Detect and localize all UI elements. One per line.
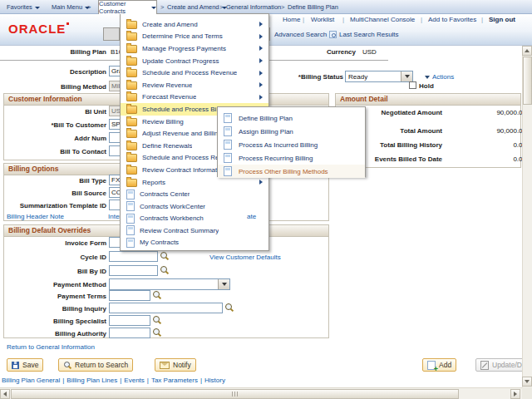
billing-specialist-field[interactable] xyxy=(109,315,150,326)
hold-checkbox[interactable] xyxy=(409,81,416,89)
submenu-item-process-other-billing-methods[interactable]: Process Other Billing Methods xyxy=(218,165,365,178)
select-dropdown-button[interactable] xyxy=(401,71,412,81)
menu-item-manage-progress-payments[interactable]: Manage Progress Payments xyxy=(121,42,268,55)
return-to-search-icon xyxy=(63,361,71,369)
submenu-item-process-as-incurred-billing[interactable]: Process As Incurred Billing xyxy=(218,138,365,151)
menu-item-review-revenue[interactable]: Review Revenue xyxy=(121,79,268,91)
advanced-search-link[interactable]: Advanced Search xyxy=(274,31,327,38)
cycle-id-field[interactable] xyxy=(109,251,158,262)
page-tabs-links: Billing Plan General | Billing Plan Line… xyxy=(2,377,225,384)
vertical-scrollbar[interactable] xyxy=(522,46,532,387)
breadcrumb-define-billing-plan[interactable]: Define Billing Plan xyxy=(288,3,338,11)
last-search-results-link[interactable]: Last Search Results xyxy=(339,31,399,38)
folder-icon xyxy=(126,142,137,150)
billing-method-label: Billing Method xyxy=(0,83,106,91)
breadcrumb-separator: > xyxy=(87,3,91,11)
history-link[interactable]: History xyxy=(204,377,225,384)
breadcrumb-main-menu[interactable]: Main Menu xyxy=(52,3,90,11)
folder-icon xyxy=(126,130,137,138)
folder-icon xyxy=(126,154,137,162)
add-icon xyxy=(427,361,436,370)
bill-by-id-lookup-icon[interactable] xyxy=(160,265,169,275)
payment-terms-label: Payment Terms xyxy=(0,293,106,301)
vertical-scrollbar-thumb[interactable] xyxy=(523,57,532,105)
document-icon xyxy=(224,113,232,123)
bill-by-id-field[interactable] xyxy=(109,265,158,276)
bill-by-id-label: Bill By ID xyxy=(0,268,106,276)
sign-out-link[interactable]: Sign out xyxy=(489,16,515,23)
billing-plan-lines-link[interactable]: Billing Plan Lines xyxy=(66,377,117,384)
chevron-down-icon xyxy=(35,7,40,9)
bill-to-customer-label: *Bill To Customer xyxy=(0,121,106,130)
folder-icon xyxy=(126,166,137,175)
select-dropdown-button[interactable] xyxy=(218,279,229,289)
menu-item-contracts-center[interactable]: Contracts Center xyxy=(121,188,268,200)
breadcrumb-customer-contracts-active[interactable]: Customer Contracts xyxy=(98,0,157,14)
chevron-down-icon xyxy=(151,7,156,9)
billing-inquiry-field[interactable] xyxy=(109,303,223,313)
payment-terms-field[interactable] xyxy=(109,290,150,301)
payment-method-select[interactable] xyxy=(109,278,230,290)
submenu-item-assign-billing-plan[interactable]: Assign Billing Plan xyxy=(218,125,365,138)
cycle-id-lookup-icon[interactable] xyxy=(160,251,169,261)
billing-header-note-link[interactable]: Billing Header Note xyxy=(7,213,64,221)
partial-link-fragment[interactable]: ate xyxy=(247,213,256,221)
menu-item-create-and-amend[interactable]: Create and Amend xyxy=(121,18,268,31)
scroll-right-button[interactable] xyxy=(510,389,520,399)
horizontal-scrollbar[interactable] xyxy=(0,387,532,399)
menu-item-schedule-and-process-revenue[interactable]: Schedule and Process Revenue xyxy=(121,66,268,79)
document-icon xyxy=(126,225,135,235)
breadcrumb-separator: > xyxy=(219,3,223,11)
menu-item-my-contracts[interactable]: My Contracts xyxy=(121,237,268,249)
breadcrumb-create-and-amend[interactable]: Create and Amend xyxy=(167,3,227,11)
home-link[interactable]: Home xyxy=(283,16,300,23)
events-link[interactable]: Events xyxy=(124,377,144,384)
folder-icon xyxy=(126,118,137,126)
tax-parameters-link[interactable]: Tax Parameters xyxy=(151,377,198,384)
scroll-up-button[interactable] xyxy=(522,46,532,56)
submenu-item-define-billing-plan[interactable]: Define Billing Plan xyxy=(218,111,365,125)
save-button[interactable]: Save xyxy=(7,358,43,372)
breadcrumb-general-information[interactable]: General Information xyxy=(226,3,281,11)
billing-authority-field[interactable] xyxy=(109,328,150,338)
billing-plan-label: Billing Plan xyxy=(0,48,106,57)
breadcrumb-separator: > xyxy=(160,3,164,11)
actions-link[interactable]: Actions xyxy=(432,73,454,81)
menu-item-update-contract-progress[interactable]: Update Contract Progress xyxy=(121,55,268,67)
payment-terms-lookup-icon[interactable] xyxy=(152,290,161,300)
total-billing-history-value: 0.00 xyxy=(449,141,526,150)
billing-status-select[interactable]: Ready xyxy=(345,71,413,82)
multichannel-console-link[interactable]: MultiChannel Console xyxy=(350,16,415,23)
horizontal-scrollbar-thumb[interactable] xyxy=(11,389,459,399)
worklist-link[interactable]: Worklist xyxy=(311,16,334,23)
menu-item-forecast-revenue[interactable]: Forecast Revenue xyxy=(121,91,268,104)
folder-icon xyxy=(126,45,137,53)
search-scope-button[interactable] xyxy=(103,27,120,41)
add-to-favorites-link[interactable]: Add to Favorites xyxy=(428,16,476,23)
billing-inquiry-lookup-icon[interactable] xyxy=(224,303,234,313)
negotiated-amount-value: 90,000.00 xyxy=(449,109,526,117)
folder-icon xyxy=(126,21,137,29)
menu-item-review-contract-summary[interactable]: Review Contract Summary xyxy=(121,224,268,237)
update-display-icon xyxy=(480,361,489,370)
scroll-left-button[interactable] xyxy=(0,389,10,399)
add-button[interactable]: Add xyxy=(422,358,456,372)
billing-plan-general-link[interactable]: Billing Plan General xyxy=(2,377,60,384)
billing-specialist-lookup-icon[interactable] xyxy=(152,315,161,325)
breadcrumb-separator: > xyxy=(281,3,284,11)
submenu-item-process-recurring-billing[interactable]: Process Recurring Billing xyxy=(218,151,365,165)
notify-button[interactable]: Notify xyxy=(155,358,196,372)
menu-item-contracts-workcenter[interactable]: Contracts WorkCenter xyxy=(121,200,268,213)
save-icon xyxy=(12,362,19,369)
submenu-arrow-icon xyxy=(259,34,263,39)
breadcrumb-favorites[interactable]: Favorites xyxy=(7,3,40,11)
return-to-search-button[interactable]: Return to Search xyxy=(58,358,133,372)
billing-authority-lookup-icon[interactable] xyxy=(152,328,161,337)
menu-item-determine-price-and-terms[interactable]: Determine Price and Terms xyxy=(121,31,268,43)
events-billed-to-date-value: 0.00 xyxy=(449,155,526,164)
return-to-general-information-link[interactable]: Return to General Information xyxy=(7,343,95,352)
scroll-down-button[interactable] xyxy=(522,377,532,387)
submenu-arrow-icon xyxy=(259,46,263,51)
view-customer-defaults-link[interactable]: View Customer Defaults xyxy=(209,254,281,262)
bill-to-contact-label: Bill To Contact xyxy=(0,148,106,156)
